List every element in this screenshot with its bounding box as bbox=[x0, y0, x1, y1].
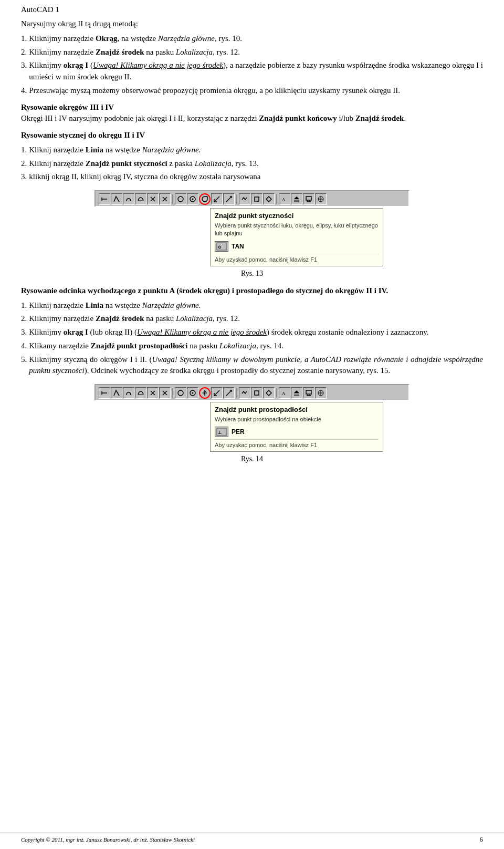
tool-btn[interactable] bbox=[123, 387, 134, 399]
toolbar2: A bbox=[94, 384, 410, 401]
tool-btn[interactable] bbox=[251, 193, 262, 205]
tool-btn[interactable] bbox=[303, 387, 314, 399]
tool-btn[interactable] bbox=[135, 387, 146, 399]
tooltip1-title: Znajdź punkt styczności bbox=[215, 212, 379, 220]
tooltip2-icon-row: ⊥ PER bbox=[215, 427, 379, 437]
list-item: 2. Kliknij narzędzie Znajdź punkt styczn… bbox=[21, 158, 483, 170]
tool-btn[interactable] bbox=[315, 193, 327, 205]
svg-rect-16 bbox=[255, 197, 259, 201]
steps-list-4: 1. Kliknij narzędzie Linia na wstędze Na… bbox=[21, 300, 483, 377]
tool-btn[interactable] bbox=[223, 387, 235, 399]
tooltip1-desc: Wybiera punkt styczności łuku, okręgu, e… bbox=[215, 222, 379, 238]
page-header: AutoCAD 1 bbox=[21, 5, 483, 14]
figure1: A Znajdź punkt styczności Wybiera punkt … bbox=[21, 190, 483, 281]
tool-btn[interactable] bbox=[111, 193, 122, 205]
svg-line-15 bbox=[226, 196, 232, 202]
tool-btn[interactable] bbox=[99, 387, 110, 399]
list-item: 3. Kliknijmy okrąg I (Uwaga! Klikamy okr… bbox=[21, 60, 483, 83]
tooltip1-icon: ⊙ bbox=[215, 241, 228, 252]
tool-btn[interactable] bbox=[223, 193, 235, 205]
tool-btn[interactable] bbox=[263, 387, 275, 399]
tool-btn[interactable] bbox=[147, 193, 159, 205]
svg-marker-54 bbox=[294, 390, 299, 393]
svg-point-9 bbox=[192, 199, 194, 200]
footer-copyright: Copyright © 2011, mgr inż. Janusz Bonaro… bbox=[21, 836, 195, 843]
svg-rect-49 bbox=[255, 391, 259, 395]
list-item: 5. Kliknijmy styczną do okręgów I i II. … bbox=[21, 354, 483, 377]
tool-btn[interactable] bbox=[175, 387, 186, 399]
svg-line-45 bbox=[214, 390, 219, 396]
list-item: 1. Kliknij narzędzie Linia na wstędze Na… bbox=[21, 144, 483, 156]
svg-text:A: A bbox=[282, 391, 286, 396]
tool-btn[interactable] bbox=[159, 193, 171, 205]
tool-btn[interactable] bbox=[211, 193, 223, 205]
svg-point-38 bbox=[178, 390, 183, 396]
svg-marker-50 bbox=[266, 390, 271, 396]
tool-btn[interactable] bbox=[199, 193, 211, 205]
tool-btn[interactable] bbox=[251, 387, 262, 399]
tool-btn[interactable] bbox=[315, 387, 327, 399]
intro-heading: Narysujmy okrąg II tą drugą metodą: bbox=[21, 18, 483, 30]
page-wrapper: AutoCAD 1 Narysujmy okrąg II tą drugą me… bbox=[21, 5, 483, 467]
figure1-caption: Rys. 13 bbox=[241, 270, 263, 278]
tooltip2-label: PER bbox=[232, 428, 245, 436]
svg-text:⊥: ⊥ bbox=[218, 430, 222, 435]
tool-btn[interactable] bbox=[135, 193, 146, 205]
svg-line-48 bbox=[226, 390, 232, 396]
tool-btn[interactable] bbox=[99, 193, 110, 205]
footer-page-number: 6 bbox=[480, 835, 484, 844]
tooltip2-icon: ⊥ bbox=[215, 427, 228, 437]
tool-btn[interactable] bbox=[111, 387, 122, 399]
tool-btn[interactable] bbox=[263, 193, 275, 205]
list-item: 4. Przesuwając myszą możemy obserwować p… bbox=[21, 85, 483, 97]
svg-point-7 bbox=[178, 196, 183, 202]
figure2-caption: Rys. 14 bbox=[241, 455, 263, 463]
tool-btn[interactable] bbox=[187, 193, 198, 205]
list-item: 3. kliknij okrąg II, kliknij okrąg IV, s… bbox=[21, 171, 483, 183]
list-item: 2. Kliknijmy narzędzie Znajdź środek na … bbox=[21, 313, 483, 325]
tool-btn[interactable] bbox=[291, 193, 302, 205]
tool-btn[interactable]: A bbox=[279, 387, 290, 399]
svg-line-12 bbox=[214, 196, 219, 202]
svg-marker-21 bbox=[294, 196, 299, 199]
list-item: 1. Kliknijmy narzędzie Okrąg, na wstędze… bbox=[21, 33, 483, 45]
steps-list-1: 1. Kliknijmy narzędzie Okrąg, na wstędze… bbox=[21, 33, 483, 97]
tooltip1-icon-row: ⊙ TAN bbox=[215, 241, 379, 252]
tool-btn[interactable] bbox=[211, 387, 223, 399]
tool-btn[interactable] bbox=[159, 387, 171, 399]
svg-text:⊙: ⊙ bbox=[218, 245, 222, 250]
tool-btn[interactable] bbox=[303, 193, 314, 205]
tool-btn[interactable] bbox=[147, 387, 159, 399]
tool-btn[interactable] bbox=[239, 387, 250, 399]
svg-rect-22 bbox=[306, 196, 311, 200]
tool-btn[interactable]: A bbox=[279, 193, 290, 205]
list-item: 3. Kliknijmy okrąg I (lub okrąg II) (Uwa… bbox=[21, 327, 483, 338]
tool-btn[interactable] bbox=[175, 193, 186, 205]
section4-heading: Rysowanie odcinka wychodzącego z punktu … bbox=[21, 285, 483, 297]
tooltip2: Znajdź punkt prostopadłości Wybiera punk… bbox=[210, 402, 383, 452]
section2-heading: Rysowanie okręgów III i IV Okręgi III i … bbox=[21, 102, 483, 125]
tooltip1: Znajdź punkt styczności Wybiera punkt st… bbox=[210, 208, 383, 266]
tooltip1-help: Aby uzyskać pomoc, naciśnij klawisz F1 bbox=[215, 254, 379, 263]
list-item: 1. Kliknij narzędzie Linia na wstędze Na… bbox=[21, 300, 483, 312]
svg-marker-17 bbox=[266, 196, 271, 202]
tool-btn[interactable] bbox=[187, 387, 198, 399]
tool-btn[interactable] bbox=[199, 387, 211, 399]
tool-btn[interactable] bbox=[291, 387, 302, 399]
toolbar1: A bbox=[94, 190, 410, 207]
tooltip2-help: Aby uzyskać pomoc, naciśnij klawisz F1 bbox=[215, 439, 379, 448]
page-footer: Copyright © 2011, mgr inż. Janusz Bonaro… bbox=[0, 833, 504, 844]
section3-heading: Rysowanie stycznej do okręgu II i IV bbox=[21, 130, 483, 141]
list-item: 2. Kliknijmy narzędzie Znajdź środek na … bbox=[21, 47, 483, 58]
svg-rect-55 bbox=[306, 390, 311, 394]
tooltip2-title: Znajdź punkt prostopadłości bbox=[215, 406, 379, 413]
tooltip2-desc: Wybiera punkt prostopadłości na obiekcie bbox=[215, 416, 379, 423]
tool-btn[interactable] bbox=[123, 193, 134, 205]
tool-btn[interactable] bbox=[239, 193, 250, 205]
page-title: AutoCAD 1 bbox=[21, 5, 59, 14]
svg-point-40 bbox=[192, 392, 194, 394]
steps-list-3: 1. Kliknij narzędzie Linia na wstędze Na… bbox=[21, 144, 483, 183]
svg-text:A: A bbox=[282, 197, 286, 202]
figure2: A Znajdź punkt prostopadłości Wybiera pu… bbox=[21, 384, 483, 467]
list-item: 4. Klikamy narzędzie Znajdź punkt prosto… bbox=[21, 340, 483, 352]
